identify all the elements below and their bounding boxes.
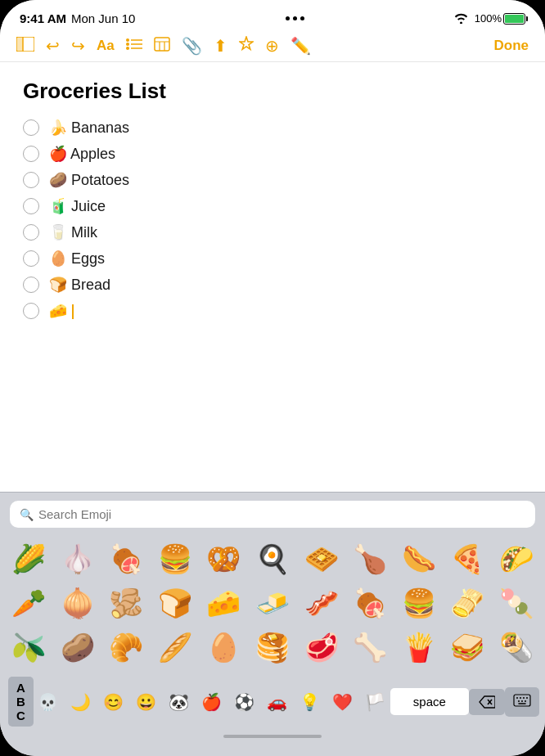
space-button[interactable]: space: [390, 688, 469, 715]
emoji-cell[interactable]: 🍖: [104, 538, 148, 580]
checkbox[interactable]: [23, 146, 39, 162]
checklist-item[interactable]: 🍌 Bananas: [23, 119, 522, 137]
emoji-cell[interactable]: 🍳: [250, 538, 295, 580]
text-cursor: [72, 304, 74, 319]
emoji-category-icon[interactable]: 💡: [295, 687, 325, 717]
redo-icon[interactable]: ↪: [71, 36, 85, 56]
emoji-cell[interactable]: 🧈: [250, 582, 295, 624]
emoji-category-icon[interactable]: ⚽: [230, 687, 259, 717]
emoji-cell[interactable]: 🥨: [201, 538, 245, 580]
emoji-cell[interactable]: 🥔: [56, 626, 100, 668]
checkbox[interactable]: [23, 224, 39, 241]
emoji-category-icon[interactable]: 🚗: [263, 687, 292, 717]
checklist-item[interactable]: 🧀: [23, 302, 522, 320]
attachment-icon[interactable]: 📎: [182, 36, 202, 56]
svg-point-5: [126, 47, 129, 50]
item-text: 🥔 Potatoes: [49, 171, 129, 189]
emoji-cell[interactable]: 🍟: [397, 626, 441, 668]
emoji-category-icon[interactable]: ❤️: [328, 687, 358, 717]
svg-point-4: [126, 43, 129, 46]
battery-indicator: 100%: [475, 12, 525, 25]
checkbox[interactable]: [23, 250, 39, 267]
emoji-category-icons: 💀🌙😊😀🐼🍎⚽🚗💡❤️🏳️: [34, 687, 390, 717]
emoji-cell[interactable]: 🥕: [7, 582, 51, 624]
sidebar-icon[interactable]: [16, 35, 34, 56]
toolbar-right: Done: [494, 38, 529, 54]
emoji-cell[interactable]: 🦴: [348, 626, 392, 668]
emoji-cell[interactable]: 🧄: [56, 538, 100, 580]
status-right: 100%: [454, 12, 525, 25]
emoji-cell[interactable]: 🥪: [445, 626, 489, 668]
search-emoji-input[interactable]: [38, 507, 525, 521]
emoji-cell[interactable]: 🍡: [494, 582, 538, 624]
compose-icon[interactable]: ✏️: [291, 36, 311, 56]
abc-button[interactable]: A B C: [8, 677, 34, 727]
wifi-icon: [454, 13, 468, 24]
emoji-category-icon[interactable]: 🍎: [197, 687, 227, 717]
delete-button[interactable]: [469, 689, 505, 715]
battery-shape: [503, 13, 525, 25]
table-icon[interactable]: [154, 37, 170, 56]
checklist-icon[interactable]: [126, 37, 142, 56]
more-icon[interactable]: ⊕: [265, 36, 279, 56]
emoji-row: 🌽🧄🍖🍔🥨🍳🧇🍗🌭🍕🌮: [7, 538, 538, 580]
status-center-dots: [286, 16, 304, 20]
emoji-category-icon[interactable]: 🐼: [164, 687, 194, 717]
emoji-cell[interactable]: 🧀: [201, 582, 245, 624]
emoji-cell[interactable]: 🍕: [445, 538, 489, 580]
emoji-search-bar[interactable]: 🔍: [10, 501, 535, 528]
emoji-cell[interactable]: 🥐: [104, 626, 148, 668]
share-icon[interactable]: ⬆: [214, 36, 227, 56]
emoji-cell[interactable]: 🫒: [7, 626, 51, 668]
svg-point-3: [126, 38, 129, 42]
dot2: [293, 16, 297, 20]
checkbox[interactable]: [23, 303, 39, 319]
emoji-cell[interactable]: 🍗: [348, 538, 392, 580]
emoji-cell[interactable]: 🌭: [397, 538, 441, 580]
note-content: Groceries List 🍌 Bananas🍎 Apples🥔 Potato…: [0, 62, 545, 520]
status-date: Mon Jun 10: [71, 11, 135, 25]
checkbox[interactable]: [23, 198, 39, 214]
emoji-cell[interactable]: 🌯: [494, 626, 538, 668]
checklist-item[interactable]: 🍞 Bread: [23, 276, 522, 294]
checklist-item[interactable]: 🍎 Apples: [23, 145, 522, 163]
checklist-item[interactable]: 🥛 Milk: [23, 223, 522, 241]
emoji-cell[interactable]: 🍔: [397, 582, 441, 624]
done-button[interactable]: Done: [494, 38, 529, 53]
format-text-icon[interactable]: Aa: [97, 38, 115, 54]
emoji-row: 🫒🥔🥐🥖🥚🥞🥩🦴🍟🥪🌯: [7, 626, 538, 668]
checkbox[interactable]: [23, 119, 39, 136]
emoji-cell[interactable]: 🌮: [494, 538, 538, 580]
note-title[interactable]: Groceries List: [23, 79, 522, 104]
checklist-item[interactable]: 🥚 Eggs: [23, 250, 522, 268]
checklist-item[interactable]: 🧃 Juice: [23, 197, 522, 215]
emoji-category-icon[interactable]: 🏳️: [361, 687, 390, 717]
undo-icon[interactable]: ↩: [46, 36, 60, 56]
checklist: 🍌 Bananas🍎 Apples🥔 Potatoes🧃 Juice🥛 Milk…: [23, 119, 522, 320]
emoji-category-icon[interactable]: 🌙: [66, 687, 96, 717]
emoji-cell[interactable]: 🌽: [7, 538, 51, 580]
emoji-cell[interactable]: 🧅: [56, 582, 100, 624]
emoji-cell[interactable]: 🍔: [153, 538, 197, 580]
emoji-cell[interactable]: 🥖: [153, 626, 197, 668]
emoji-cell[interactable]: 🥞: [250, 626, 295, 668]
highlight-icon[interactable]: [239, 36, 254, 56]
checklist-item[interactable]: 🥔 Potatoes: [23, 171, 522, 189]
emoji-category-icon[interactable]: 😀: [132, 687, 161, 717]
emoji-category-icon[interactable]: 😊: [99, 687, 128, 717]
emoji-keyboard: 🔍 🌽🧄🍖🍔🥨🍳🧇🍗🌭🍕🌮🥕🧅🫚🍞🧀🧈🥓🍖🍔🫔🍡🫒🥔🥐🥖🥚🥞🥩🦴🍟🥪🌯 A B …: [0, 492, 545, 756]
emoji-cell[interactable]: 🫚: [104, 582, 148, 624]
checkbox[interactable]: [23, 172, 39, 188]
emoji-cell[interactable]: 🍖: [348, 582, 392, 624]
emoji-row: 🥕🧅🫚🍞🧀🧈🥓🍖🍔🫔🍡: [7, 582, 538, 624]
emoji-category-icon[interactable]: 💀: [34, 687, 63, 717]
checkbox[interactable]: [23, 277, 39, 293]
emoji-cell[interactable]: 🥚: [201, 626, 245, 668]
emoji-cell[interactable]: 🥓: [300, 582, 344, 624]
emoji-cell[interactable]: 🫔: [445, 582, 489, 624]
item-text: 🍎 Apples: [49, 145, 115, 163]
emoji-cell[interactable]: 🍞: [153, 582, 197, 624]
keyboard-icon[interactable]: [505, 687, 539, 717]
emoji-cell[interactable]: 🧇: [300, 538, 344, 580]
emoji-cell[interactable]: 🥩: [300, 626, 344, 668]
